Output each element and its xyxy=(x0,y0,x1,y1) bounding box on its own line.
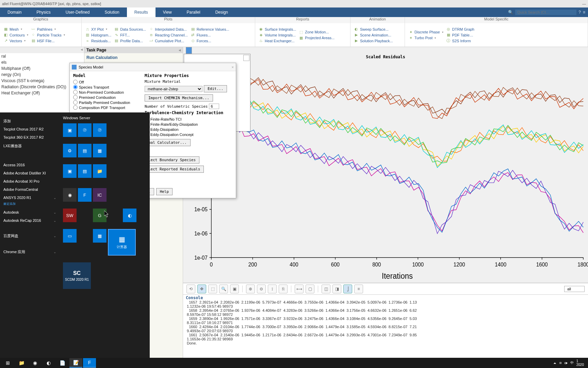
ribbon-mesh[interactable]: ▦Mesh▾ xyxy=(2,27,30,32)
tile-control-panel[interactable]: ▦ xyxy=(93,144,107,157)
calculator-button[interactable]: bal Calculator... xyxy=(145,139,191,146)
tray-net-icon[interactable]: ⧈ xyxy=(559,361,561,365)
tab-user-defined[interactable]: User-Defined xyxy=(58,7,97,17)
search-input[interactable] xyxy=(515,10,576,15)
tile-powershell[interactable]: ⧁ xyxy=(78,123,92,137)
ribbon-datasources[interactable]: ▤Data Sources... xyxy=(113,27,147,32)
dialog-titlebar[interactable]: Species Model × xyxy=(70,63,236,71)
tile-solidworks[interactable]: SW xyxy=(63,209,77,222)
ribbon-forces[interactable]: ◇Forces... xyxy=(189,38,231,44)
ribbon-fluxes[interactable]: ⇄Fluxes... xyxy=(189,32,231,38)
tci-option[interactable]: Finite-Rate/Eddy-Dissipation xyxy=(145,122,232,127)
ribbon-turbo-post[interactable]: ✴Turbo Post▾ xyxy=(407,35,445,41)
import-chemkin-button[interactable]: Import CHEMKIN Mechanism... xyxy=(145,94,213,102)
tile-workbench[interactable]: ▦ xyxy=(93,229,107,243)
tool-axes-icon[interactable]: ⎦ xyxy=(343,285,352,293)
start-app-tecplot-360[interactable]: Tecplot 360 EX 2017 R2 xyxy=(0,133,60,141)
minimize-icon[interactable]: — xyxy=(582,2,586,6)
ribbon-hsf[interactable]: ▤HSF File... xyxy=(30,38,66,44)
tree-item[interactable]: ral xyxy=(0,53,84,59)
task-collapse-icon[interactable]: ◂ xyxy=(179,48,181,52)
ribbon-sweep[interactable]: ◐Sweep Surface... xyxy=(353,27,394,32)
tray-time[interactable]: 12020 xyxy=(576,359,584,367)
tool-ruler-icon[interactable]: ⟷ xyxy=(295,285,304,293)
tool-zoom-icon[interactable]: 🔍 xyxy=(219,285,228,293)
tool-copy-icon[interactable]: ⎘ xyxy=(279,285,288,293)
model-option[interactable]: Partially Premixed Combustion xyxy=(73,100,141,105)
tool-pan-icon[interactable]: ✥ xyxy=(197,285,206,293)
tile-fluent[interactable]: F xyxy=(78,188,92,202)
model-option[interactable]: Non-Premixed Combustion xyxy=(73,90,141,95)
ribbon-discrete-phase[interactable]: ✦Discrete Phase▾ xyxy=(407,29,445,35)
tile-server-manager[interactable]: ▣ xyxy=(63,123,77,137)
close-icon[interactable]: × xyxy=(232,65,234,69)
tile-explorer[interactable]: 📁 xyxy=(93,164,107,178)
edit-button[interactable]: Edit... xyxy=(204,85,227,92)
tool-fit-icon[interactable]: ▣ xyxy=(230,285,239,293)
tool-persp-icon[interactable]: ◨ xyxy=(332,285,341,293)
tray-ime[interactable]: 中 xyxy=(570,361,574,365)
tool-zoomout-icon[interactable]: ⊖ xyxy=(257,285,266,293)
start-app-access[interactable]: Access 2016 xyxy=(0,161,60,169)
tab-design[interactable]: Design xyxy=(208,7,235,17)
ribbon-cumulative[interactable]: ⏗Cumulative Plot... xyxy=(147,38,189,44)
help-icon[interactable]: ? xyxy=(578,10,581,15)
ribbon-heat-ex[interactable]: ♨Heat Exchanger... xyxy=(257,38,297,44)
start-folder-autodesk[interactable]: Autodesk⌄ xyxy=(0,208,60,216)
tile-powershell-ise[interactable]: ⧁ xyxy=(93,123,107,137)
taskbar-pdf[interactable]: 📄 xyxy=(56,358,69,368)
start-folder-ansys[interactable]: ANSYS 2020 R1⌄ xyxy=(0,194,60,202)
graphics-tab-active[interactable] xyxy=(186,47,192,54)
tab-domain[interactable]: Domain xyxy=(0,7,29,17)
tab-physics[interactable]: Physics xyxy=(29,7,58,17)
start-app-acrobat[interactable]: Adobe Acrobat XI Pro xyxy=(0,177,60,185)
copy-icon[interactable] xyxy=(243,55,249,61)
reported-residuals-button[interactable]: lect Reported Residuals xyxy=(145,166,204,173)
start-folder-recap[interactable]: Autodesk ReCap 2016⌄ xyxy=(0,216,60,225)
tile-cfx[interactable]: ◐ xyxy=(123,209,136,222)
model-option[interactable]: Composition PDF Transport xyxy=(73,105,141,110)
ribbon-pathlines[interactable]: 〰Pathlines▾ xyxy=(30,27,66,32)
taskbar-app1[interactable]: ◐ xyxy=(42,358,55,368)
model-option[interactable]: Off xyxy=(73,79,141,85)
taskbar-notepad[interactable]: 📝 xyxy=(69,358,82,368)
tile-event-viewer[interactable]: ▤ xyxy=(78,164,92,178)
start-app-tecplot-chorus[interactable]: Tecplot Chorus 2017 R2 xyxy=(0,125,60,133)
ribbon-profiledata[interactable]: ▤Profile Data... xyxy=(113,38,147,44)
tile-chrome[interactable]: ◉ xyxy=(63,188,77,202)
tool-annotate-icon[interactable]: ▢ xyxy=(306,285,314,293)
taskbar-explorer[interactable]: 📁 xyxy=(15,358,28,368)
tool-zoom-box-icon[interactable]: ⬚ xyxy=(208,285,217,293)
ribbon-s2s[interactable]: ⓘS2S Inform xyxy=(445,38,476,44)
tray-sound-icon[interactable]: 🕪 xyxy=(564,361,568,365)
tree-collapse-bar[interactable]: ◂ xyxy=(0,47,84,53)
tray-up-icon[interactable]: ⏶ xyxy=(553,361,557,365)
ribbon-reacting[interactable]: ⧈Reacting Channel... xyxy=(147,32,189,38)
tool-zoomin-icon[interactable]: ⊕ xyxy=(246,285,255,293)
ribbon-scene[interactable]: ▶Scene Animation... xyxy=(353,32,394,38)
ribbon-surface-int[interactable]: ◉Surface Integrals... xyxy=(257,27,297,32)
tile-calculator[interactable]: ▦ 计算器 xyxy=(108,229,136,256)
tile-rdp[interactable]: ▣ xyxy=(63,164,77,178)
ribbon-histogram[interactable]: ▥Histogram... xyxy=(84,32,113,38)
taskbar-chrome[interactable]: ◉ xyxy=(29,358,42,368)
tile-scdm[interactable]: SC SCDM 2020 R1 xyxy=(63,262,91,289)
model-option[interactable]: Species Transport xyxy=(73,85,141,90)
ribbon-pdf-table[interactable]: ▦PDF Table… xyxy=(445,32,476,38)
tool-legend-icon[interactable]: ≡ xyxy=(354,285,363,293)
ribbon-refvalues[interactable]: ▤Reference Values... xyxy=(189,27,231,32)
start-folder-chrome-apps[interactable]: Chrome 应用⌄ xyxy=(0,247,60,257)
tci-option[interactable]: Eddy-Dissipation xyxy=(145,127,232,132)
ribbon-fft[interactable]: ∿FFT... xyxy=(113,32,147,38)
boundary-species-button[interactable]: lect Boundary Species xyxy=(145,156,199,164)
ribbon-residuals[interactable]: ≈Residuals... xyxy=(84,38,113,44)
ribbon-proj-areas[interactable]: ▩Projected Areas... xyxy=(297,35,336,41)
tile-gambit[interactable]: G xyxy=(93,209,107,222)
start-app-lxe[interactable]: LXE播放器 xyxy=(0,141,60,151)
start-app-formscentral[interactable]: Adobe FormsCentral xyxy=(0,185,60,194)
start-button[interactable]: ⊞ xyxy=(1,358,14,368)
ribbon-dtrm[interactable]: ◎DTRM Graph xyxy=(445,27,476,32)
tci-option[interactable]: Finite-Rate/No TCI xyxy=(145,117,232,122)
tile-admin-tools[interactable]: ⚙ xyxy=(63,144,77,157)
ribbon-volume-int[interactable]: ◈Volume Integrals... xyxy=(257,32,297,38)
